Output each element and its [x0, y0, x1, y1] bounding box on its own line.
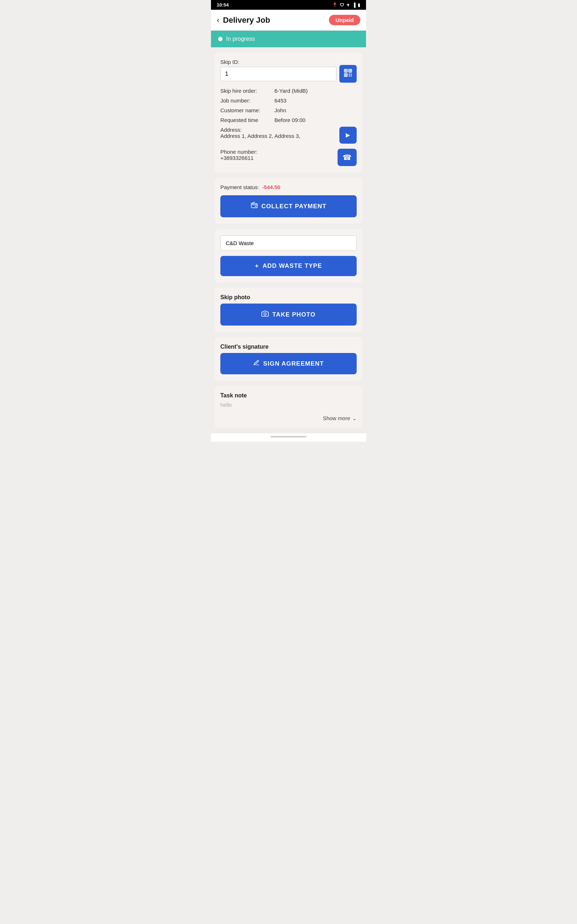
phone-row: Phone number: +3893326611 ☎ — [220, 149, 357, 166]
pen-icon — [253, 360, 259, 368]
svg-point-11 — [255, 206, 256, 207]
status-bar: 10:54 📍 🛡 ▼ ▐ ▮ — [211, 0, 366, 10]
shield-icon: 🛡 — [340, 3, 344, 8]
show-more-label[interactable]: Show more — [323, 415, 350, 421]
call-button[interactable]: ☎ — [338, 149, 357, 166]
svg-point-12 — [264, 313, 266, 315]
skip-photo-label: Skip photo — [220, 294, 357, 300]
skip-id-row — [220, 65, 357, 82]
svg-rect-6 — [349, 74, 350, 75]
skip-id-input[interactable] — [220, 67, 337, 81]
wallet-icon — [251, 202, 258, 211]
signature-card: Client's signature SIGN AGREEMENT — [214, 337, 363, 381]
phone-number-label: Phone number: — [220, 149, 338, 155]
sign-agreement-label: SIGN AGREEMENT — [263, 360, 324, 367]
requested-time-value: Before 09:00 — [274, 117, 305, 123]
status-time: 10:54 — [217, 2, 229, 8]
bottom-bar-indicator — [271, 436, 306, 438]
customer-name-value: John — [274, 107, 286, 113]
plus-icon: + — [255, 262, 259, 270]
navigate-button[interactable]: ► — [339, 127, 357, 144]
location-icon: 📍 — [332, 3, 338, 8]
header: ‹ Delivery Job Unpaid — [211, 10, 366, 31]
payment-status-row: Payment status: -544.50 — [220, 184, 357, 190]
job-number-row: Job number: 6453 — [220, 97, 357, 103]
svg-rect-1 — [345, 70, 347, 71]
svg-rect-7 — [351, 74, 351, 75]
payment-status-label: Payment status: — [220, 184, 259, 190]
unpaid-badge: Unpaid — [329, 15, 360, 25]
add-waste-type-button[interactable]: + ADD WASTE TYPE — [220, 256, 357, 276]
status-banner: In progress — [211, 31, 366, 47]
skip-hire-order-value: 6-Yard (MidB) — [274, 88, 308, 94]
skip-hire-order-label: Skip hire order: — [220, 88, 271, 94]
waste-type-input[interactable] — [220, 235, 357, 251]
navigate-icon: ► — [344, 131, 351, 139]
waste-type-card: + ADD WASTE TYPE — [214, 229, 363, 283]
sign-agreement-button[interactable]: SIGN AGREEMENT — [220, 353, 357, 374]
requested-time-label: Requested time — [220, 117, 271, 123]
take-photo-button[interactable]: TAKE PHOTO — [220, 304, 357, 326]
page-title: Delivery Job — [223, 16, 270, 25]
battery-icon: ▮ — [358, 3, 360, 8]
task-note-label: Task note — [220, 393, 357, 399]
phone-number-value: +3893326611 — [220, 155, 338, 161]
qr-scan-button[interactable] — [339, 65, 357, 82]
wifi-icon: ▼ — [346, 3, 351, 8]
svg-rect-9 — [351, 76, 351, 76]
customer-name-row: Customer name: John — [220, 107, 357, 113]
svg-rect-10 — [251, 204, 258, 208]
job-number-value: 6453 — [274, 97, 286, 103]
bottom-bar — [211, 433, 366, 442]
collect-payment-button[interactable]: COLLECT PAYMENT — [220, 195, 357, 217]
svg-rect-8 — [349, 76, 350, 76]
payment-card: Payment status: -544.50 COLLECT PAYMENT — [214, 178, 363, 224]
skip-info-card: Skip ID: — [214, 52, 363, 173]
back-button[interactable]: ‹ — [217, 16, 219, 25]
task-note-value: hello — [220, 402, 357, 408]
task-note-card: Task note hello Show more ⌄ — [214, 386, 363, 428]
phone-icon: ☎ — [343, 153, 351, 162]
chevron-down-icon: ⌄ — [352, 415, 357, 421]
payment-status-value: -544.50 — [262, 184, 280, 190]
qr-icon — [344, 69, 352, 79]
address-value: Address 1, Address 2, Address 3, — [220, 133, 339, 139]
signal-icon: ▐ — [352, 3, 356, 8]
signature-label: Client's signature — [220, 344, 357, 350]
take-photo-label: TAKE PHOTO — [272, 311, 316, 318]
address-row: Address: Address 1, Address 2, Address 3… — [220, 127, 357, 144]
status-dot — [218, 37, 222, 41]
address-label: Address: — [220, 127, 339, 133]
status-label: In progress — [226, 36, 255, 42]
job-number-label: Job number: — [220, 97, 271, 103]
show-more-row[interactable]: Show more ⌄ — [220, 415, 357, 421]
customer-name-label: Customer name: — [220, 107, 271, 113]
skip-photo-card: Skip photo TAKE PHOTO — [214, 288, 363, 332]
skip-id-field: Skip ID: — [220, 59, 357, 82]
skip-hire-order-row: Skip hire order: 6-Yard (MidB) — [220, 88, 357, 94]
skip-id-label: Skip ID: — [220, 59, 357, 65]
requested-time-row: Requested time Before 09:00 — [220, 117, 357, 123]
status-icons: 📍 🛡 ▼ ▐ ▮ — [332, 3, 360, 8]
add-waste-type-label: ADD WASTE TYPE — [263, 262, 322, 270]
camera-icon — [261, 310, 269, 319]
svg-rect-5 — [345, 74, 347, 76]
svg-rect-3 — [350, 70, 351, 71]
collect-payment-label: COLLECT PAYMENT — [261, 203, 326, 210]
